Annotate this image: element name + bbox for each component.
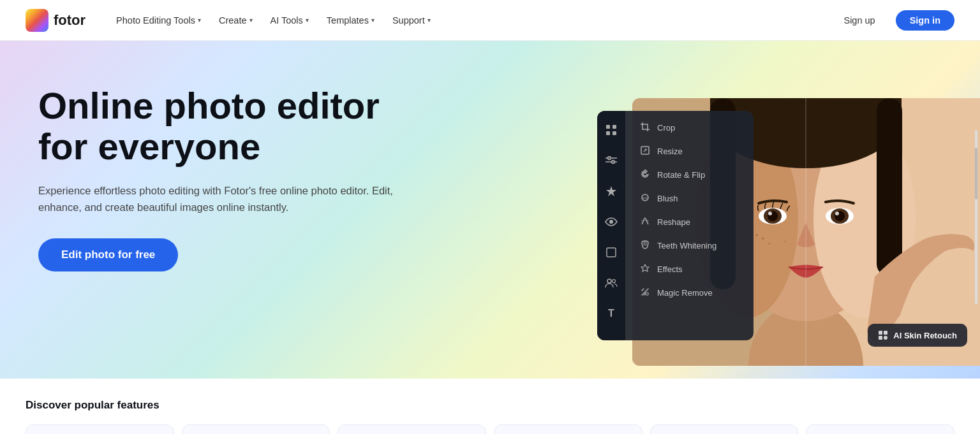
sidebar-text-icon[interactable]: T (602, 305, 620, 322)
svg-point-48 (884, 336, 887, 340)
nav-item-create[interactable]: Create ▾ (211, 11, 260, 29)
sidebar-people-icon[interactable] (602, 274, 620, 292)
svg-rect-26 (606, 131, 610, 135)
menu-item-teeth[interactable]: Teeth Whitening (629, 234, 750, 257)
feature-create-design[interactable]: Create a design (26, 424, 174, 434)
ai-skin-retouch-badge: AI Skin Retouch (868, 324, 967, 347)
editor-panel: T Crop Resize (597, 111, 754, 340)
svg-rect-24 (606, 125, 610, 129)
editor-sidebar: T (597, 111, 625, 340)
nav-item-support[interactable]: Support ▾ (385, 11, 438, 29)
scrollbar (975, 130, 977, 303)
hero-section: Online photo editor for everyone Experie… (0, 41, 980, 379)
feature-enhance-photo[interactable]: Enhance photo (338, 424, 486, 434)
svg-point-39 (645, 197, 648, 199)
features-grid: Create a design Make a collage Enhance p… (26, 424, 954, 434)
feature-make-collage[interactable]: Make a collage (182, 424, 330, 434)
sidebar-adjust-icon[interactable] (602, 152, 620, 170)
nav-item-ai-tools[interactable]: AI Tools ▾ (263, 11, 316, 29)
menu-item-effects[interactable]: Effects (629, 257, 750, 281)
effects-icon (639, 264, 651, 275)
magic-remove-icon (639, 287, 651, 298)
chevron-down-icon: ▾ (427, 17, 431, 24)
crop-icon (639, 122, 651, 133)
svg-point-18 (835, 212, 839, 215)
chevron-down-icon: ▾ (249, 17, 253, 24)
svg-rect-33 (607, 248, 616, 257)
svg-rect-45 (879, 331, 882, 335)
nav-left: fotor Photo Editing Tools ▾ Create ▾ AI … (26, 9, 438, 32)
sidebar-magic-icon[interactable] (602, 182, 620, 200)
svg-point-31 (612, 161, 615, 164)
nav-item-templates[interactable]: Templates ▾ (319, 11, 382, 29)
svg-point-32 (609, 220, 613, 224)
svg-rect-27 (612, 131, 616, 135)
hero-image-container: T Crop Resize (610, 98, 980, 366)
logo-icon (26, 9, 48, 32)
menu-item-blush[interactable]: Blush (629, 187, 750, 210)
menu-item-magic-remove[interactable]: Magic Remove (629, 281, 750, 305)
svg-rect-47 (879, 336, 882, 340)
svg-point-29 (608, 157, 611, 160)
nav-item-photo-editing[interactable]: Photo Editing Tools ▾ (108, 11, 209, 29)
chevron-down-icon: ▾ (306, 17, 309, 24)
svg-point-19 (762, 237, 764, 240)
menu-item-crop[interactable]: Crop (629, 116, 750, 140)
signup-button[interactable]: Sign up (831, 10, 887, 31)
menu-item-rotate[interactable]: Rotate & Flip (629, 163, 750, 187)
logo[interactable]: fotor (26, 9, 85, 32)
svg-point-22 (785, 241, 787, 243)
svg-point-21 (755, 234, 758, 236)
nav-right: Sign up Sign in (831, 10, 954, 31)
hero-title: Online photo editor for everyone (38, 85, 408, 167)
svg-point-14 (768, 212, 772, 215)
features-section-title: Discover popular features (26, 399, 954, 412)
teeth-icon (639, 240, 651, 251)
svg-marker-43 (641, 264, 649, 271)
rotate-icon (639, 170, 651, 180)
sidebar-eye-icon[interactable] (602, 213, 620, 231)
svg-point-34 (607, 279, 611, 283)
ai-badge-icon (878, 330, 888, 340)
sidebar-grid-icon[interactable] (602, 121, 620, 139)
navbar: fotor Photo Editing Tools ▾ Create ▾ AI … (0, 0, 980, 41)
svg-rect-46 (884, 331, 887, 335)
chevron-down-icon: ▾ (198, 17, 201, 24)
hero-content: Online photo editor for everyone Experie… (0, 41, 447, 297)
menu-item-reshape[interactable]: Reshape (629, 210, 750, 234)
chevron-down-icon: ▾ (371, 17, 375, 24)
svg-rect-44 (646, 293, 648, 295)
nav-menu: Photo Editing Tools ▾ Create ▾ AI Tools … (108, 11, 438, 29)
hero-subtitle: Experience effortless photo editing with… (38, 182, 396, 216)
features-section: Discover popular features Create a desig… (0, 379, 980, 434)
feature-remove-background[interactable]: Remove background (494, 424, 642, 434)
svg-rect-25 (612, 125, 616, 129)
editor-menu: Crop Resize Rotate & Flip (625, 111, 754, 310)
resize-icon (639, 146, 651, 157)
svg-point-20 (769, 243, 771, 245)
logo-text: fotor (54, 12, 85, 29)
svg-point-38 (642, 197, 645, 199)
feature-ai-image-generator[interactable]: AI AI image generator (806, 424, 954, 434)
menu-item-resize[interactable]: Resize (629, 140, 750, 163)
scrollbar-thumb (975, 148, 977, 200)
reshape-icon (639, 217, 651, 228)
svg-point-35 (612, 280, 616, 283)
edit-photo-button[interactable]: Edit photo for free (38, 238, 178, 271)
svg-rect-10 (877, 98, 902, 277)
signin-button[interactable]: Sign in (896, 10, 954, 31)
feature-photo-to-art[interactable]: Photo to art (650, 424, 799, 434)
sidebar-square-icon[interactable] (602, 243, 620, 261)
blush-icon (639, 193, 651, 204)
